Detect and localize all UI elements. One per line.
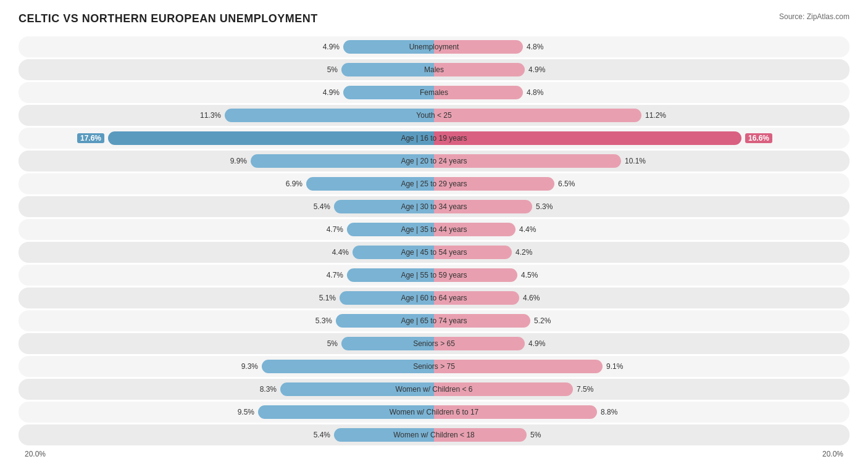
left-half-1: 5%	[19, 61, 434, 78]
val-left-13: 5%	[327, 339, 338, 348]
chart-title: CELTIC VS NORTHERN EUROPEAN UNEMPLOYMENT	[19, 12, 318, 25]
right-half-12: 5.2%	[434, 312, 849, 329]
bar-row-10: 4.7%4.5%Age | 55 to 59 years	[19, 265, 849, 286]
left-half-5: 9.9%	[19, 152, 434, 170]
right-half-5: 10.1%	[434, 152, 849, 170]
left-half-9: 4.4%	[19, 244, 434, 261]
bar-row-7: 5.4%5.3%Age | 30 to 34 years	[19, 196, 849, 217]
center-label-3: Youth < 25	[416, 111, 451, 120]
left-half-12: 5.3%	[19, 312, 434, 329]
bar-row-9: 4.4%4.2%Age | 45 to 54 years	[19, 242, 849, 263]
center-label-11: Age | 60 to 64 years	[401, 294, 467, 302]
left-half-13: 5%	[19, 335, 434, 352]
center-label-16: Women w/ Children 6 to 17	[390, 408, 479, 416]
center-label-10: Age | 55 to 59 years	[401, 271, 467, 279]
left-half-4: 17.6%	[19, 130, 434, 147]
bar-row-1: 5%4.9%Males	[19, 59, 849, 80]
val-right-2: 4.8%	[527, 88, 543, 97]
bar-row-8: 4.7%4.4%Age | 35 to 44 years	[19, 219, 849, 240]
bar-row-2: 4.9%4.8%Females	[19, 82, 849, 103]
val-left-1: 5%	[327, 65, 338, 74]
bar-row-12: 5.3%5.2%Age | 65 to 74 years	[19, 310, 849, 331]
bar-blue-3	[225, 109, 434, 122]
center-label-4: Age | 16 to 19 years	[401, 134, 467, 143]
left-half-2: 4.9%	[19, 84, 434, 101]
val-left-0: 4.9%	[323, 43, 340, 51]
right-half-11: 4.6%	[434, 289, 849, 307]
bar-row-16: 9.5%8.8%Women w/ Children 6 to 17	[19, 402, 849, 423]
right-half-3: 11.2%	[434, 107, 849, 124]
left-half-11: 5.1%	[19, 289, 434, 307]
right-half-17: 5%	[434, 426, 849, 444]
val-right-15: 7.5%	[577, 385, 593, 394]
bar-row-11: 5.1%4.6%Age | 60 to 64 years	[19, 287, 849, 308]
bar-row-3: 11.3%11.2%Youth < 25	[19, 105, 849, 126]
center-label-9: Age | 45 to 54 years	[401, 248, 467, 257]
bar-row-4: 17.6%16.6%Age | 16 to 19 years	[19, 128, 849, 149]
left-half-3: 11.3%	[19, 107, 434, 124]
center-label-6: Age | 25 to 29 years	[401, 180, 467, 188]
val-left-14: 9.3%	[241, 362, 258, 371]
left-half-17: 5.4%	[19, 426, 434, 444]
left-half-0: 4.9%	[19, 38, 434, 56]
val-left-16: 9.5%	[238, 408, 254, 416]
left-half-6: 6.9%	[19, 175, 434, 192]
left-half-14: 9.3%	[19, 358, 434, 375]
bar-row-17: 5.4%5%Women w/ Children < 18	[19, 424, 849, 445]
center-label-0: Unemployment	[409, 43, 459, 51]
center-label-2: Females	[420, 88, 448, 97]
val-left-3: 11.3%	[200, 111, 221, 120]
val-right-10: 4.5%	[521, 271, 538, 279]
center-label-7: Age | 30 to 34 years	[401, 202, 467, 211]
bar-blue-14	[262, 360, 434, 373]
bar-row-5: 9.9%10.1%Age | 20 to 24 years	[19, 151, 849, 172]
val-right-13: 4.9%	[528, 339, 545, 348]
right-half-2: 4.8%	[434, 84, 849, 101]
center-label-5: Age | 20 to 24 years	[401, 157, 467, 165]
right-half-13: 4.9%	[434, 335, 849, 352]
bar-row-6: 6.9%6.5%Age | 25 to 29 years	[19, 173, 849, 194]
val-left-2: 4.9%	[323, 88, 340, 97]
right-half-9: 4.2%	[434, 244, 849, 261]
chart-area: 4.9%4.8%Unemployment5%4.9%Males4.9%4.8%F…	[19, 36, 849, 445]
left-half-15: 8.3%	[19, 381, 434, 398]
right-half-0: 4.8%	[434, 38, 849, 56]
right-half-16: 8.8%	[434, 403, 849, 421]
val-left-8: 4.7%	[327, 225, 343, 234]
val-right-17: 5%	[530, 431, 541, 439]
right-half-1: 4.9%	[434, 61, 849, 78]
val-left-4: 17.6%	[77, 134, 104, 143]
val-right-1: 4.9%	[528, 65, 545, 74]
center-label-17: Women w/ Children < 18	[393, 431, 475, 439]
center-label-1: Males	[424, 65, 444, 74]
chart-source: Source: ZipAtlas.com	[779, 12, 849, 21]
bar-pink-3	[434, 109, 641, 122]
chart-header: CELTIC VS NORTHERN EUROPEAN UNEMPLOYMENT…	[19, 12, 849, 25]
val-right-11: 4.6%	[523, 294, 540, 302]
val-right-12: 5.2%	[534, 316, 551, 325]
center-label-14: Seniors > 75	[413, 362, 455, 371]
bar-row-14: 9.3%9.1%Seniors > 75	[19, 356, 849, 377]
bar-blue-1	[341, 63, 434, 76]
left-half-16: 9.5%	[19, 403, 434, 421]
right-half-14: 9.1%	[434, 358, 849, 375]
center-label-13: Seniors > 65	[413, 339, 455, 348]
bar-row-0: 4.9%4.8%Unemployment	[19, 36, 849, 57]
val-left-7: 5.4%	[314, 202, 330, 211]
bar-pink-14	[434, 360, 603, 373]
val-left-12: 5.3%	[315, 316, 332, 325]
val-left-11: 5.1%	[319, 294, 336, 302]
center-label-12: Age | 65 to 74 years	[401, 316, 467, 325]
val-right-6: 6.5%	[558, 180, 575, 188]
val-right-14: 9.1%	[606, 362, 623, 371]
val-left-6: 6.9%	[286, 180, 303, 188]
left-half-10: 4.7%	[19, 267, 434, 284]
right-half-7: 5.3%	[434, 198, 849, 215]
val-left-15: 8.3%	[260, 385, 277, 394]
right-half-4: 16.6%	[434, 130, 849, 147]
right-half-15: 7.5%	[434, 381, 849, 398]
val-right-9: 4.2%	[515, 248, 532, 257]
chart-container: CELTIC VS NORTHERN EUROPEAN UNEMPLOYMENT…	[0, 0, 868, 467]
axis-label-right: 20.0%	[434, 450, 849, 458]
bar-row-13: 5%4.9%Seniors > 65	[19, 333, 849, 354]
